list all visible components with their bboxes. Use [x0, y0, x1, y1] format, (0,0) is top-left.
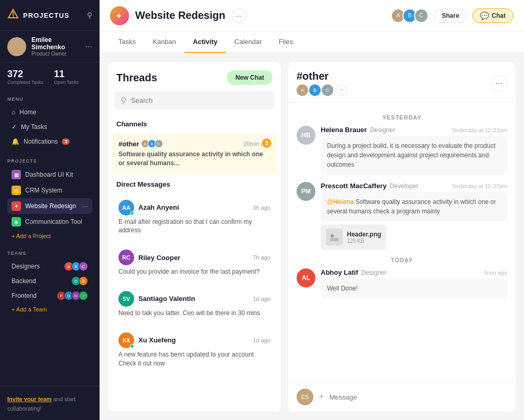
- comm-icon: ◈: [12, 217, 21, 227]
- tab-activity[interactable]: Activity: [184, 31, 226, 53]
- dm-message: A new feature has benn updated to your a…: [118, 350, 270, 368]
- chat-avatar: B: [309, 84, 321, 96]
- chat-input-avatar: ES: [297, 389, 313, 405]
- message-avatar: HB: [297, 126, 315, 145]
- member-avatar: C: [414, 8, 429, 23]
- channel-name-row: #other A B C: [118, 139, 163, 148]
- logo-icon: [7, 8, 19, 22]
- sidebar-item-dashboard-ui-kit[interactable]: ▦ Dashboard UI Kit: [7, 167, 92, 182]
- channel-item-other[interactable]: #other A B C 20min ago Software quality …: [112, 133, 277, 174]
- message-author: Prescott MacCaffery: [321, 182, 387, 190]
- main-content: ✦ Website Redesign ··· A B C Share 💬 Cha…: [100, 0, 524, 420]
- tab-files[interactable]: Files: [270, 31, 301, 53]
- menu-label: MENU: [7, 96, 92, 102]
- project-title-section: ✦ Website Redesign ···: [110, 6, 246, 25]
- sidebar-item-frontend[interactable]: Frontend F G H I: [7, 288, 92, 303]
- search-icon[interactable]: ⚲: [87, 11, 92, 19]
- dm-item-riley[interactable]: RC Riley Cooper 7h ago Could you provide…: [112, 243, 277, 283]
- dm-name: Xu Xuefeng: [138, 336, 176, 344]
- dm-message: E-mail after registration so that I can …: [118, 218, 270, 235]
- tab-tasks[interactable]: Tasks: [110, 31, 144, 53]
- message-content: Abhoy Latif Designer 3min ago Well Done!: [321, 268, 507, 298]
- tab-calendar[interactable]: Calendar: [226, 31, 270, 53]
- new-chat-button[interactable]: New Chat: [227, 70, 272, 85]
- chat-avatar: C: [322, 84, 333, 96]
- attachment-icon: [326, 229, 343, 245]
- sidebar-item-my-tasks[interactable]: ✓ My Tasks: [7, 120, 92, 134]
- sidebar-item-backend[interactable]: Backend D E: [7, 274, 92, 288]
- attachment-size: 129 KB: [347, 238, 381, 244]
- tab-kanban[interactable]: Kanban: [144, 31, 184, 53]
- backend-avatars: D E: [73, 276, 88, 286]
- sidebar: PROJECTUS ⚲ Emilee Simchenko Product Own…: [0, 0, 100, 420]
- threads-header: Threads New Chat: [108, 62, 281, 91]
- dm-avatar: XX: [118, 332, 134, 348]
- message-content: Prescott MacCaffery Developer Yesterday …: [321, 182, 507, 250]
- dm-avatar: AA: [118, 200, 134, 216]
- add-project-button[interactable]: + Add a Project: [7, 230, 92, 242]
- add-attachment-button[interactable]: +: [319, 392, 324, 403]
- open-tasks-stat: 11 Open Tasks: [54, 69, 79, 85]
- sidebar-item-designers[interactable]: Designers A B C: [7, 259, 92, 274]
- chat-panel: #other A B C + ··· YESTERDAY HB: [288, 62, 516, 412]
- message-avatar: PM: [297, 182, 315, 201]
- chat-header: #other A B C + ···: [288, 62, 516, 103]
- attachment-name: Header.png: [347, 231, 381, 238]
- message-time: Yesterday at 12:37pm: [451, 127, 507, 133]
- today-divider: TODAY: [297, 257, 507, 263]
- tasks-icon: ✓: [12, 123, 17, 131]
- logo: PROJECTUS: [7, 8, 69, 22]
- project-title: Website Redesign: [135, 9, 225, 21]
- add-team-button[interactable]: + Add a Team: [7, 303, 92, 316]
- chat-options-button[interactable]: ···: [490, 75, 507, 92]
- message-input[interactable]: [330, 393, 507, 401]
- project-name-website: Website Redesign: [25, 202, 76, 210]
- svg-point-4: [10, 49, 23, 56]
- user-section: Emilee Simchenko Product Owner ···: [0, 30, 100, 62]
- message-text: During a project build, it is necessary …: [321, 136, 507, 175]
- teams-label: TEAMS: [7, 251, 92, 256]
- dm-name: Riley Cooper: [138, 254, 180, 262]
- message-header: Abhoy Latif Designer 3min ago: [321, 268, 507, 276]
- sidebar-item-notifications[interactable]: 🔔 Notifications 3: [7, 134, 92, 149]
- sidebar-item-home[interactable]: ⌂ Home: [7, 105, 92, 120]
- dm-item-santiago[interactable]: SV Santiago Valentin 1d ago Need to talk…: [112, 285, 277, 324]
- threads-title: Threads: [116, 72, 157, 84]
- topbar-right: A B C Share 💬 Chat: [391, 8, 514, 23]
- project-more-button[interactable]: ···: [82, 202, 88, 210]
- svg-point-2: [13, 16, 14, 17]
- sidebar-item-communication-tool[interactable]: ◈ Communication Tool: [7, 214, 92, 230]
- dm-time: 1d ago: [253, 337, 270, 343]
- project-options-button[interactable]: ···: [232, 8, 246, 23]
- website-icon: ✦: [12, 201, 21, 211]
- invite-link[interactable]: Invite your team: [7, 396, 51, 402]
- search-box[interactable]: ⚲: [114, 91, 275, 110]
- dm-name: Azah Anyeni: [138, 203, 179, 211]
- search-input[interactable]: [131, 96, 268, 104]
- share-button[interactable]: Share: [434, 9, 467, 23]
- crm-icon: ◎: [12, 186, 21, 195]
- chat-icon: 💬: [480, 12, 489, 20]
- projects-label: PROJECTS: [7, 158, 92, 164]
- dm-item-xu[interactable]: XX Xu Xuefeng 1d ago A new feature has b…: [112, 326, 277, 374]
- message-role: Designer: [370, 126, 395, 134]
- channel-member-avatars: A B C: [143, 139, 163, 148]
- project-name-dashboard: Dashboard UI Kit: [25, 171, 73, 178]
- sidebar-item-crm-system[interactable]: ◎ CRM System: [7, 182, 92, 198]
- message-author: Abhoy Latif: [321, 268, 358, 276]
- add-member-button[interactable]: +: [336, 85, 347, 95]
- message-time: Yesterday at 12:37pm: [451, 183, 507, 189]
- chat-button[interactable]: 💬 Chat: [472, 8, 514, 23]
- online-indicator: [130, 344, 134, 348]
- sidebar-header: PROJECTUS ⚲: [0, 0, 100, 30]
- dm-time: 1d ago: [253, 296, 270, 302]
- user-menu-button[interactable]: ···: [85, 42, 92, 51]
- avatar: [7, 37, 26, 56]
- attachment-info: Header.png 129 KB: [347, 231, 381, 244]
- dm-avatar: SV: [118, 291, 134, 307]
- sidebar-item-website-redesign[interactable]: ✦ Website Redesign ···: [7, 198, 92, 214]
- project-name-comm: Communication Tool: [25, 218, 82, 225]
- chat-header-left: #other A B C +: [297, 70, 347, 96]
- dm-item-azah[interactable]: AA Azah Anyeni 3h ago 1 E-mail after reg…: [112, 193, 277, 242]
- message-header: Prescott MacCaffery Developer Yesterday …: [321, 182, 507, 190]
